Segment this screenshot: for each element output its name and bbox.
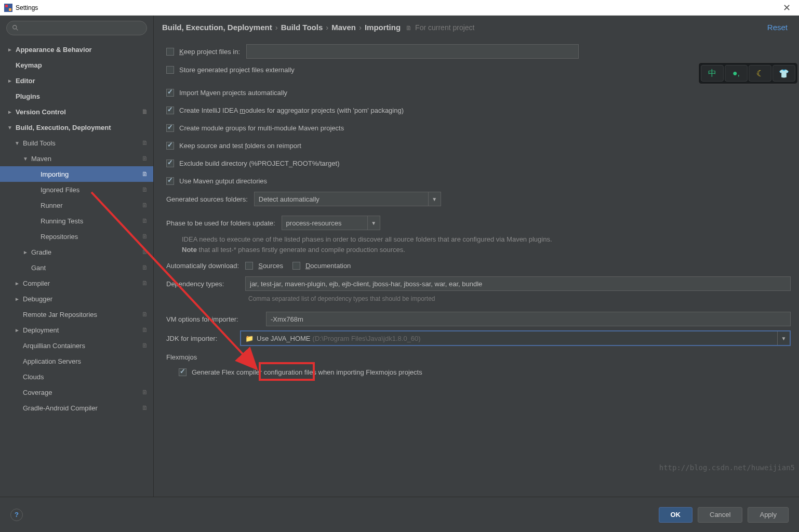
tree-arrow-icon: ► bbox=[23, 249, 29, 255]
sidebar-item-gradle-android-compiler[interactable]: ►Gradle-Android Compiler🗎 bbox=[0, 400, 153, 416]
app-icon bbox=[4, 4, 12, 12]
content: Build, Execution, Deployment › Build Too… bbox=[154, 16, 799, 497]
sidebar-item-importing[interactable]: ►Importing🗎 bbox=[0, 166, 153, 182]
settings-form: Keep project files in: Store generated p… bbox=[154, 35, 799, 497]
project-scope-icon: 🗎 bbox=[142, 264, 148, 271]
project-scope-icon: 🗎 bbox=[142, 280, 148, 287]
project-scope-icon: 🗎 bbox=[142, 217, 148, 224]
sidebar-item-clouds[interactable]: ►Clouds bbox=[0, 369, 153, 384]
sidebar-item-plugins[interactable]: ►Plugins bbox=[0, 88, 153, 104]
bc-4: Importing bbox=[365, 23, 401, 32]
sidebar-item-build-tools[interactable]: ▼Build Tools🗎 bbox=[0, 135, 153, 151]
tree-arrow-icon: ▼ bbox=[7, 125, 14, 130]
project-scope-icon: 🗎 bbox=[142, 170, 148, 178]
sidebar-item-label: Gradle bbox=[31, 248, 51, 256]
tree-arrow-icon: ▼ bbox=[15, 140, 21, 146]
chk-store-ext[interactable] bbox=[166, 66, 174, 74]
sidebar: ►Appearance & Behavior►Keymap►Editor►Plu… bbox=[0, 16, 154, 497]
sidebar-item-debugger[interactable]: ►Debugger bbox=[0, 291, 153, 307]
sidebar-item-running-tests[interactable]: ►Running Tests🗎 bbox=[0, 213, 153, 229]
select-gen-sources[interactable]: Detect automatically ▼ bbox=[254, 192, 441, 206]
ime-btn-skin[interactable]: 👕 bbox=[773, 65, 795, 82]
settings-tree[interactable]: ►Appearance & Behavior►Keymap►Editor►Plu… bbox=[0, 41, 153, 497]
sidebar-item-deployment[interactable]: ►Deployment🗎 bbox=[0, 322, 153, 338]
bc-3: Maven bbox=[331, 23, 356, 32]
chk-create-groups[interactable] bbox=[166, 124, 174, 132]
input-vm[interactable] bbox=[266, 312, 791, 326]
chk-use-output[interactable] bbox=[166, 177, 174, 185]
folder-icon: 📁 bbox=[245, 335, 254, 342]
ime-btn-punct[interactable]: ●, bbox=[725, 65, 748, 82]
chk-create-modules[interactable] bbox=[166, 107, 174, 114]
sidebar-item-gant[interactable]: ►Gant🗎 bbox=[0, 260, 153, 275]
sidebar-item-label: Version Control bbox=[16, 108, 66, 116]
sidebar-item-ignored-files[interactable]: ►Ignored Files🗎 bbox=[0, 182, 153, 197]
sidebar-item-version-control[interactable]: ►Version Control🗎 bbox=[0, 104, 153, 119]
chk-keep-source[interactable] bbox=[166, 142, 174, 150]
lbl-auto-download: Automatically download: bbox=[166, 262, 239, 270]
bc-scope: For current project bbox=[415, 23, 474, 32]
sidebar-item-appearance-behavior[interactable]: ►Appearance & Behavior bbox=[0, 42, 153, 57]
sidebar-item-label: Deployment bbox=[23, 326, 59, 334]
window-title: Settings bbox=[16, 4, 779, 11]
phase-note: IDEA needs to execute one of the listed … bbox=[182, 234, 791, 255]
sidebar-item-compiler[interactable]: ►Compiler🗎 bbox=[0, 275, 153, 291]
chk-docs[interactable] bbox=[292, 262, 300, 270]
tree-arrow-icon: ► bbox=[15, 281, 21, 286]
chevron-down-icon: ▼ bbox=[367, 216, 380, 230]
sidebar-item-editor[interactable]: ►Editor bbox=[0, 73, 153, 88]
sidebar-item-arquillian-containers[interactable]: ►Arquillian Containers🗎 bbox=[0, 338, 153, 353]
sidebar-item-label: Build, Execution, Deployment bbox=[16, 124, 111, 131]
jdk-value: Use JAVA_HOME bbox=[257, 335, 311, 342]
reset-link[interactable]: Reset bbox=[767, 23, 788, 32]
chevron-down-icon: ▼ bbox=[777, 331, 790, 345]
tree-arrow-icon: ► bbox=[15, 296, 21, 302]
chk-exclude-build[interactable] bbox=[166, 159, 174, 167]
lbl-dep-types: Dependency types: bbox=[166, 280, 239, 288]
lbl-phase: Phase to be used for folders update: bbox=[166, 219, 275, 227]
search-box[interactable] bbox=[6, 21, 147, 35]
sidebar-item-label: Running Tests bbox=[41, 217, 83, 225]
select-jdk[interactable]: 📁 Use JAVA_HOME (D:\Program Files\Java\j… bbox=[240, 330, 791, 346]
sidebar-item-maven[interactable]: ▼Maven🗎 bbox=[0, 151, 153, 166]
sidebar-item-coverage[interactable]: ►Coverage🗎 bbox=[0, 384, 153, 400]
lbl-gen-sources: Generated sources folders: bbox=[166, 195, 248, 203]
project-scope-icon: 🗎 bbox=[142, 342, 148, 349]
select-phase[interactable]: process-resources ▼ bbox=[282, 216, 380, 230]
input-keep-files[interactable] bbox=[246, 44, 579, 59]
sidebar-item-application-servers[interactable]: ►Application Servers bbox=[0, 353, 153, 369]
chk-import-auto[interactable] bbox=[166, 89, 174, 97]
input-dep-types[interactable] bbox=[245, 276, 791, 291]
sidebar-item-remote-jar-repositories[interactable]: ►Remote Jar Repositories🗎 bbox=[0, 307, 153, 322]
chevron-down-icon: ▼ bbox=[428, 192, 441, 206]
cancel-button[interactable]: Cancel bbox=[698, 507, 742, 523]
lbl-keep-files: Keep project files in: bbox=[179, 48, 240, 56]
lbl-vm: VM options for importer: bbox=[166, 315, 260, 323]
sidebar-item-gradle[interactable]: ►Gradle🗎 bbox=[0, 244, 153, 260]
help-button[interactable]: ? bbox=[10, 509, 23, 521]
sidebar-item-keymap[interactable]: ►Keymap bbox=[0, 57, 153, 73]
sidebar-item-label: Appearance & Behavior bbox=[16, 46, 92, 54]
chk-sources[interactable] bbox=[245, 262, 253, 270]
close-icon[interactable]: ✕ bbox=[779, 2, 795, 14]
sidebar-item-label: Gant bbox=[31, 264, 46, 272]
bc-1: Build, Execution, Deployment bbox=[162, 23, 272, 32]
sidebar-item-label: Arquillian Containers bbox=[23, 342, 85, 350]
apply-button[interactable]: Apply bbox=[748, 507, 789, 523]
lbl-create-modules: Create IntelliJ IDEA modules for aggrega… bbox=[179, 107, 404, 114]
sidebar-item-runner[interactable]: ►Runner🗎 bbox=[0, 197, 153, 213]
chk-keep-files[interactable] bbox=[166, 48, 174, 56]
chk-flex-gen[interactable] bbox=[179, 368, 187, 376]
ok-button[interactable]: OK bbox=[659, 507, 693, 523]
ime-btn-theme[interactable]: ☾ bbox=[749, 65, 771, 82]
sidebar-item-label: Coverage bbox=[23, 389, 52, 396]
sidebar-item-label: Ignored Files bbox=[41, 186, 79, 194]
search-input[interactable] bbox=[22, 24, 141, 32]
sidebar-item-build-execution-deployment[interactable]: ▼Build, Execution, Deployment bbox=[0, 119, 153, 135]
sidebar-item-repositories[interactable]: ►Repositories🗎 bbox=[0, 229, 153, 244]
project-scope-icon: 🗎 bbox=[142, 186, 148, 193]
ime-btn-cn[interactable]: 中 bbox=[701, 65, 724, 82]
lbl-flex-gen: Generate Flex compiler configuration fil… bbox=[192, 368, 422, 376]
sidebar-item-label: Clouds bbox=[23, 373, 44, 381]
ime-float-toolbar[interactable]: 中 ●, ☾ 👕 bbox=[698, 62, 798, 84]
